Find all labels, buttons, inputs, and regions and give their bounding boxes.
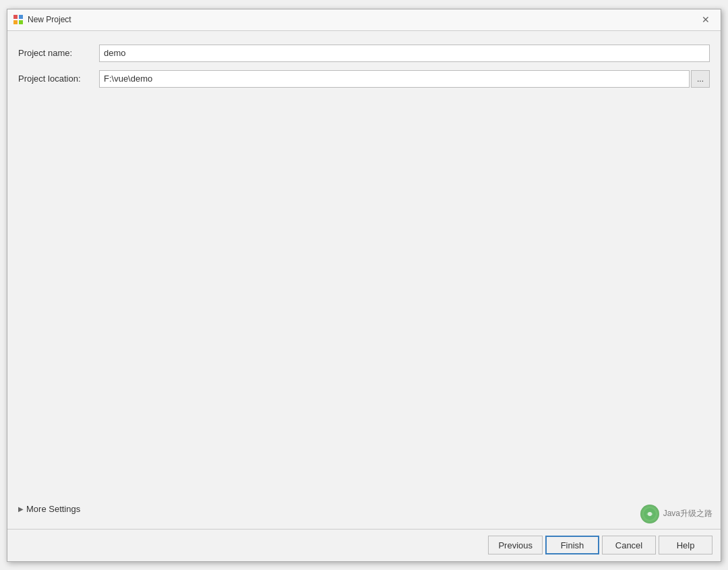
more-settings-label: More Settings bbox=[26, 504, 80, 514]
watermark: Java升级之路 bbox=[640, 505, 712, 523]
cancel-button[interactable]: Cancel bbox=[602, 536, 656, 554]
window-title: New Project bbox=[28, 15, 696, 24]
help-button[interactable]: Help bbox=[659, 536, 712, 554]
browse-button[interactable]: ... bbox=[691, 70, 710, 88]
project-name-label: Project name: bbox=[18, 48, 99, 58]
content-spacer bbox=[18, 96, 710, 500]
watermark-text: Java升级之路 bbox=[663, 508, 712, 519]
svg-rect-3 bbox=[19, 20, 23, 24]
finish-button[interactable]: Finish bbox=[545, 536, 599, 554]
svg-rect-2 bbox=[13, 20, 18, 24]
more-settings-arrow-icon: ▶ bbox=[18, 505, 24, 513]
window-icon bbox=[13, 14, 24, 25]
new-project-dialog: New Project ✕ Project name: Project loca… bbox=[7, 9, 721, 562]
watermark-icon bbox=[640, 505, 659, 523]
svg-rect-0 bbox=[13, 15, 18, 19]
svg-rect-1 bbox=[19, 15, 23, 19]
project-name-input[interactable] bbox=[99, 45, 710, 62]
title-bar: New Project ✕ bbox=[7, 9, 721, 31]
svg-point-5 bbox=[648, 512, 652, 516]
previous-button[interactable]: Previous bbox=[488, 536, 543, 554]
dialog-content: Project name: Project location: ... ▶ Mo… bbox=[7, 31, 721, 529]
project-location-row: Project location: ... bbox=[18, 70, 710, 88]
bottom-bar: Previous Finish Cancel Help bbox=[7, 529, 721, 561]
close-button[interactable]: ✕ bbox=[696, 10, 715, 29]
more-settings-row[interactable]: ▶ More Settings bbox=[18, 500, 710, 518]
project-location-label: Project location: bbox=[18, 74, 99, 84]
project-name-row: Project name: bbox=[18, 45, 710, 62]
project-location-input[interactable] bbox=[99, 70, 690, 88]
